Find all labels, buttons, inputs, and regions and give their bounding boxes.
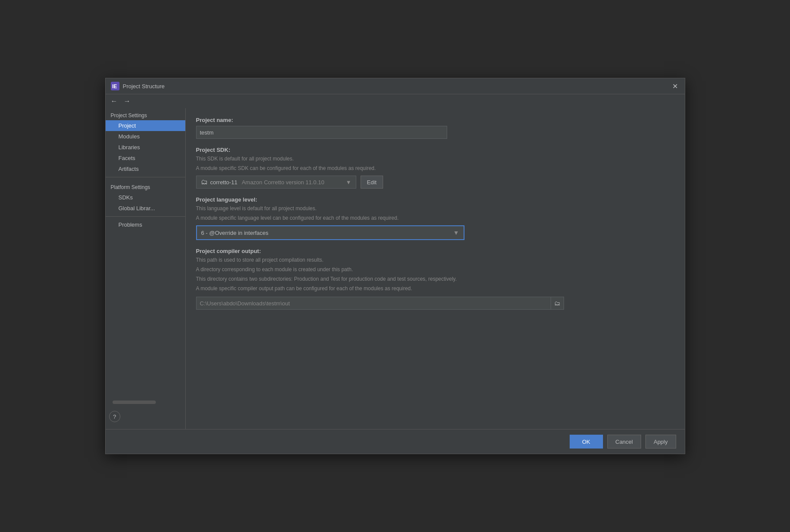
close-button[interactable]: ✕ xyxy=(671,82,680,90)
footer: OK Cancel Apply xyxy=(106,429,685,454)
compiler-section-title: Project compiler output: xyxy=(196,248,674,254)
compiler-output-row: 🗂 xyxy=(196,297,674,310)
cancel-button[interactable]: Cancel xyxy=(607,435,641,449)
app-icon: IE xyxy=(111,82,119,90)
project-settings-section-label: Project Settings xyxy=(106,108,185,120)
sidebar-item-problems-label: Problems xyxy=(119,221,142,228)
dialog-title: Project Structure xyxy=(123,83,667,90)
sdk-dropdown-name: corretto-11 xyxy=(210,179,238,186)
sdk-dropdown[interactable]: 🗂 corretto-11 Amazon Corretto version 11… xyxy=(196,176,356,189)
language-section: Project language level: This language le… xyxy=(196,196,674,240)
sdk-section: Project SDK: This SDK is default for all… xyxy=(196,147,674,189)
sidebar-divider-2 xyxy=(106,216,185,217)
apply-button[interactable]: Apply xyxy=(645,435,676,449)
language-dropdown-arrow-icon: ▼ xyxy=(453,229,459,236)
compiler-desc-2: A directory corresponding to each module… xyxy=(196,266,674,273)
compiler-desc-3: This directory contains two subdirectori… xyxy=(196,275,674,283)
platform-settings-section-label: Platform Settings xyxy=(106,180,185,192)
compiler-folder-button[interactable]: 🗂 xyxy=(551,297,564,310)
body: Project Settings Project Modules Librari… xyxy=(106,108,685,429)
back-button[interactable]: ← xyxy=(109,96,119,106)
sidebar-item-libraries-label: Libraries xyxy=(119,144,140,151)
main-content: Project name: Project SDK: This SDK is d… xyxy=(186,108,685,429)
language-dropdown-value: 6 - @Override in interfaces xyxy=(201,230,453,236)
sdk-desc-2: A module specific SDK can be configured … xyxy=(196,164,674,172)
compiler-section: Project compiler output: This path is us… xyxy=(196,248,674,310)
sidebar-item-sdks[interactable]: SDKs xyxy=(106,192,185,203)
sidebar-item-global-libraries-label: Global Librar... xyxy=(119,205,155,212)
title-bar: IE Project Structure ✕ xyxy=(106,78,685,94)
sidebar-divider xyxy=(106,177,185,177)
sdk-desc-1: This SDK is default for all project modu… xyxy=(196,155,674,163)
forward-button[interactable]: → xyxy=(122,96,132,106)
sidebar-scroll-indicator xyxy=(113,401,156,404)
sidebar-item-project-label: Project xyxy=(119,122,136,129)
sdk-section-title: Project SDK: xyxy=(196,147,674,153)
sidebar-item-project[interactable]: Project xyxy=(106,120,185,131)
language-desc-2: A module specific language level can be … xyxy=(196,214,674,222)
help-button[interactable]: ? xyxy=(109,411,120,422)
sidebar-item-modules-label: Modules xyxy=(119,133,140,140)
sidebar-item-global-libraries[interactable]: Global Librar... xyxy=(106,203,185,214)
sdk-edit-button[interactable]: Edit xyxy=(361,176,383,189)
language-dropdown[interactable]: 6 - @Override in interfaces ▼ xyxy=(196,225,464,240)
compiler-output-input[interactable] xyxy=(196,297,551,310)
compiler-desc-1: This path is used to store all project c… xyxy=(196,256,674,264)
ok-button[interactable]: OK xyxy=(570,435,603,449)
sidebar-item-artifacts-label: Artifacts xyxy=(119,166,139,172)
sidebar-item-artifacts[interactable]: Artifacts xyxy=(106,163,185,174)
project-name-label: Project name: xyxy=(196,117,674,123)
sdk-folder-icon: 🗂 xyxy=(201,178,208,186)
sdk-dropdown-subtext: Amazon Corretto version 11.0.10 xyxy=(242,179,324,186)
sidebar: Project Settings Project Modules Librari… xyxy=(106,108,186,429)
project-structure-dialog: IE Project Structure ✕ ← → Project Setti… xyxy=(105,78,685,454)
language-section-title: Project language level: xyxy=(196,196,674,203)
sidebar-item-modules[interactable]: Modules xyxy=(106,131,185,142)
language-desc-1: This language level is default for all p… xyxy=(196,205,674,212)
sidebar-item-problems[interactable]: Problems xyxy=(106,219,185,230)
compiler-desc-4: A module specific compiler output path c… xyxy=(196,285,674,292)
svg-text:IE: IE xyxy=(112,83,117,90)
sidebar-item-facets[interactable]: Facets xyxy=(106,153,185,163)
sidebar-item-sdks-label: SDKs xyxy=(119,194,133,201)
sdk-dropdown-arrow-icon: ▼ xyxy=(346,179,351,186)
sdk-row: 🗂 corretto-11 Amazon Corretto version 11… xyxy=(196,176,674,189)
sidebar-item-facets-label: Facets xyxy=(119,155,135,161)
nav-bar: ← → xyxy=(106,94,685,108)
project-name-input[interactable] xyxy=(196,126,447,139)
sidebar-item-libraries[interactable]: Libraries xyxy=(106,142,185,153)
